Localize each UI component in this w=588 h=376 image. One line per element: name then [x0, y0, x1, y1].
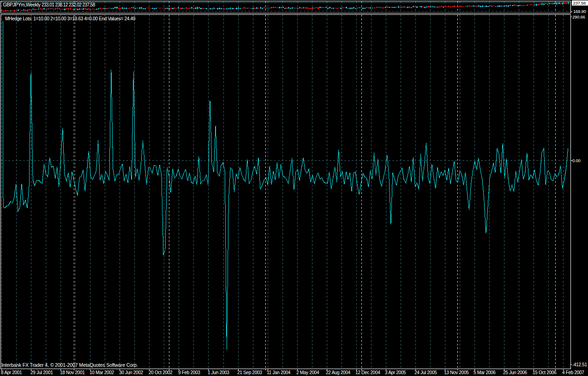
svg-text:233.01 238.12 232.02 237.58: 233.01 238.12 232.02 237.58 [42, 2, 96, 7]
svg-text:1 Jun 2003: 1 Jun 2003 [208, 370, 229, 375]
svg-text:237.58: 237.58 [573, 0, 586, 6]
svg-text:8 Apr 2001: 8 Apr 2001 [1, 370, 22, 375]
svg-text:20 Oct 2002: 20 Oct 2002 [149, 370, 173, 375]
svg-text:29 Jul 2001: 29 Jul 2001 [30, 370, 53, 375]
svg-text:22 Aug 2004: 22 Aug 2004 [326, 370, 351, 375]
svg-text:10 Mar 2002: 10 Mar 2002 [90, 370, 114, 375]
svg-text:18 Nov 2001: 18 Nov 2001 [60, 370, 85, 375]
svg-text:11 Jan 2004: 11 Jan 2004 [267, 370, 291, 375]
svg-text:Interbank FX Trader 4, © 2001-: Interbank FX Trader 4, © 2001-2007 MetaQ… [1, 362, 138, 368]
svg-text:13 Nov 2005: 13 Nov 2005 [444, 370, 469, 375]
svg-text:4 Feb 2007: 4 Feb 2007 [562, 370, 584, 375]
svg-text:290.66: 290.66 [572, 14, 585, 19]
svg-text:25 Jun 2006: 25 Jun 2006 [503, 370, 527, 375]
svg-text:15 Oct 2006: 15 Oct 2006 [533, 370, 557, 375]
svg-text:GBPJPYm,Weekly: GBPJPYm,Weekly [3, 2, 41, 7]
svg-text:-412.51: -412.51 [572, 362, 588, 367]
svg-text:MHedge Lots: 1=10.00 2=10.00 3: MHedge Lots: 1=10.00 2=10.00 3=19.63 4=0… [5, 16, 136, 21]
svg-text:169.90: 169.90 [573, 9, 586, 14]
svg-text:2 May 2004: 2 May 2004 [296, 370, 319, 375]
svg-text:21 Sep 2003: 21 Sep 2003 [237, 370, 262, 375]
svg-text:5 Mar 2006: 5 Mar 2006 [474, 370, 496, 375]
svg-text:24 Jul 2005: 24 Jul 2005 [414, 370, 437, 375]
svg-text:3 Apr 2005: 3 Apr 2005 [385, 370, 406, 375]
svg-text:30 Jun 2002: 30 Jun 2002 [119, 370, 143, 375]
svg-text:0.00: 0.00 [572, 158, 581, 163]
svg-text:12 Dec 2004: 12 Dec 2004 [355, 370, 380, 375]
svg-text:9 Feb 2003: 9 Feb 2003 [178, 370, 200, 375]
